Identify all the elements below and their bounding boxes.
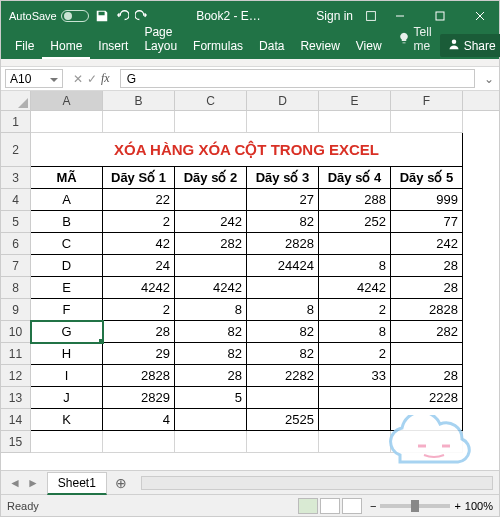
expand-formula-icon[interactable]: ⌄ — [479, 67, 499, 90]
data-cell[interactable]: 2829 — [103, 387, 175, 409]
data-cell[interactable]: 252 — [319, 211, 391, 233]
fx-icon[interactable]: fx — [101, 71, 114, 86]
ribbon-options-icon[interactable] — [361, 9, 381, 23]
close-button[interactable] — [461, 1, 499, 31]
cell[interactable] — [391, 431, 463, 453]
cell[interactable] — [103, 431, 175, 453]
data-cell[interactable]: 77 — [391, 211, 463, 233]
col-header-f[interactable]: F — [391, 91, 463, 110]
data-cell[interactable] — [175, 409, 247, 431]
row-header-9[interactable]: 9 — [1, 299, 31, 321]
row-header-12[interactable]: 12 — [1, 365, 31, 387]
cell[interactable] — [103, 111, 175, 133]
tab-file[interactable]: File — [7, 33, 42, 59]
cell[interactable] — [31, 431, 103, 453]
sheet-nav-prev-icon[interactable]: ◄ — [7, 476, 23, 490]
data-cell[interactable]: 8 — [319, 321, 391, 343]
data-cell[interactable]: 2228 — [391, 387, 463, 409]
save-icon[interactable] — [95, 9, 109, 23]
tab-formulas[interactable]: Formulas — [185, 33, 251, 59]
data-cell[interactable]: 4242 — [319, 277, 391, 299]
col-header-c[interactable]: C — [175, 91, 247, 110]
table-header[interactable]: Dãy Số 1 — [103, 167, 175, 189]
code-cell[interactable]: B — [31, 211, 103, 233]
data-cell[interactable]: 82 — [247, 343, 319, 365]
table-header[interactable]: Dãy số 2 — [175, 167, 247, 189]
data-cell[interactable]: 8 — [319, 255, 391, 277]
col-header-d[interactable]: D — [247, 91, 319, 110]
data-cell[interactable]: 82 — [175, 321, 247, 343]
row-header-3[interactable]: 3 — [1, 167, 31, 189]
data-cell[interactable]: 282 — [175, 233, 247, 255]
row-header-5[interactable]: 5 — [1, 211, 31, 233]
data-cell[interactable]: 999 — [391, 189, 463, 211]
cell[interactable] — [319, 111, 391, 133]
data-cell[interactable]: 24424 — [247, 255, 319, 277]
data-cell[interactable]: 82 — [175, 343, 247, 365]
spreadsheet-grid[interactable]: A B C D E F 12XÓA HÀNG XÓA CỘT TRONG EXC… — [1, 91, 499, 470]
data-cell[interactable]: 82 — [247, 321, 319, 343]
tab-review[interactable]: Review — [292, 33, 347, 59]
tab-home[interactable]: Home — [42, 33, 90, 59]
normal-view-button[interactable] — [298, 498, 318, 514]
data-cell[interactable]: 8 — [175, 299, 247, 321]
table-header[interactable]: Dãy số 4 — [319, 167, 391, 189]
data-cell[interactable] — [247, 277, 319, 299]
row-header-1[interactable]: 1 — [1, 111, 31, 133]
table-header[interactable]: Dãy số 5 — [391, 167, 463, 189]
data-cell[interactable]: 27 — [247, 189, 319, 211]
horizontal-scrollbar[interactable] — [141, 476, 493, 490]
row-header-11[interactable]: 11 — [1, 343, 31, 365]
data-cell[interactable] — [319, 409, 391, 431]
data-cell[interactable] — [391, 409, 463, 431]
tab-pagelayout[interactable]: Page Layou — [136, 19, 185, 59]
row-header-6[interactable]: 6 — [1, 233, 31, 255]
code-cell[interactable]: J — [31, 387, 103, 409]
pagelayout-view-button[interactable] — [320, 498, 340, 514]
col-header-e[interactable]: E — [319, 91, 391, 110]
zoom-out-button[interactable]: − — [370, 500, 376, 512]
data-cell[interactable]: 4 — [103, 409, 175, 431]
data-cell[interactable]: 2525 — [247, 409, 319, 431]
col-header-a[interactable]: A — [31, 91, 103, 110]
data-cell[interactable] — [175, 189, 247, 211]
pagebreak-view-button[interactable] — [342, 498, 362, 514]
cell[interactable] — [319, 431, 391, 453]
title-cell[interactable]: XÓA HÀNG XÓA CỘT TRONG EXCEL — [31, 133, 463, 167]
data-cell[interactable]: 2282 — [247, 365, 319, 387]
code-cell[interactable]: K — [31, 409, 103, 431]
data-cell[interactable] — [319, 387, 391, 409]
tab-data[interactable]: Data — [251, 33, 292, 59]
table-header[interactable]: Dãy số 3 — [247, 167, 319, 189]
code-cell[interactable]: F — [31, 299, 103, 321]
cell[interactable] — [175, 111, 247, 133]
sheet-nav-next-icon[interactable]: ► — [25, 476, 41, 490]
data-cell[interactable]: 28 — [391, 255, 463, 277]
table-header[interactable]: MÃ — [31, 167, 103, 189]
data-cell[interactable]: 29 — [103, 343, 175, 365]
name-box[interactable]: A10 — [5, 69, 63, 88]
data-cell[interactable] — [247, 387, 319, 409]
data-cell[interactable]: 4242 — [103, 277, 175, 299]
tab-insert[interactable]: Insert — [90, 33, 136, 59]
data-cell[interactable] — [391, 343, 463, 365]
data-cell[interactable]: 33 — [319, 365, 391, 387]
data-cell[interactable]: 28 — [391, 365, 463, 387]
row-header-15[interactable]: 15 — [1, 431, 31, 453]
row-header-10[interactable]: 10 — [1, 321, 31, 343]
cell[interactable] — [247, 111, 319, 133]
data-cell[interactable]: 288 — [319, 189, 391, 211]
code-cell[interactable]: D — [31, 255, 103, 277]
cell[interactable] — [391, 111, 463, 133]
data-cell[interactable]: 28 — [175, 365, 247, 387]
row-header-8[interactable]: 8 — [1, 277, 31, 299]
data-cell[interactable]: 4242 — [175, 277, 247, 299]
signin-link[interactable]: Sign in — [308, 9, 361, 23]
data-cell[interactable]: 2 — [103, 211, 175, 233]
code-cell[interactable]: C — [31, 233, 103, 255]
share-button[interactable]: Share — [440, 34, 500, 57]
data-cell[interactable]: 8 — [247, 299, 319, 321]
data-cell[interactable] — [319, 233, 391, 255]
row-header-7[interactable]: 7 — [1, 255, 31, 277]
data-cell[interactable]: 282 — [391, 321, 463, 343]
